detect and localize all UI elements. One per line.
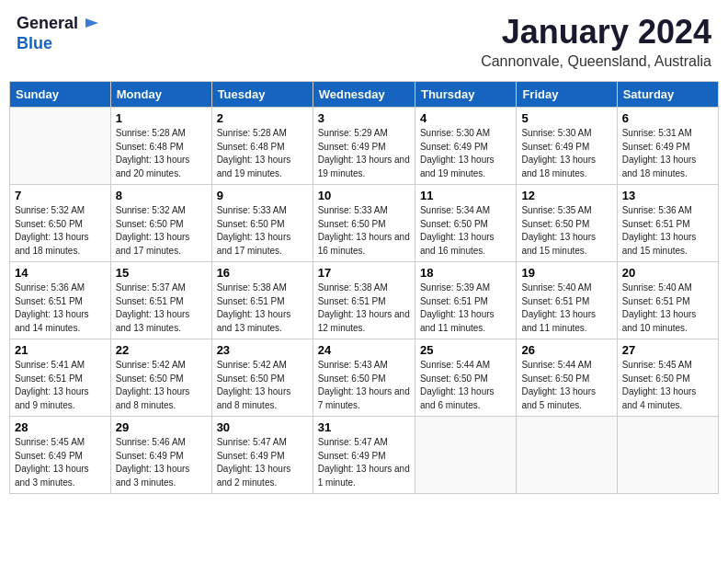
calendar-cell bbox=[617, 417, 718, 494]
calendar-cell: 16Sunrise: 5:38 AM Sunset: 6:51 PM Dayli… bbox=[211, 262, 313, 339]
calendar-cell: 10Sunrise: 5:33 AM Sunset: 6:50 PM Dayli… bbox=[313, 185, 415, 262]
subtitle: Cannonvale, Queensland, Australia bbox=[481, 53, 711, 70]
week-row-3: 14Sunrise: 5:36 AM Sunset: 6:51 PM Dayli… bbox=[10, 262, 719, 339]
day-info: Sunrise: 5:35 AM Sunset: 6:50 PM Dayligh… bbox=[521, 204, 611, 258]
calendar-cell: 2Sunrise: 5:28 AM Sunset: 6:48 PM Daylig… bbox=[211, 108, 313, 185]
day-info: Sunrise: 5:44 AM Sunset: 6:50 PM Dayligh… bbox=[420, 359, 511, 412]
calendar-cell bbox=[415, 417, 516, 494]
calendar-cell: 4Sunrise: 5:30 AM Sunset: 6:49 PM Daylig… bbox=[415, 108, 516, 185]
week-row-4: 21Sunrise: 5:41 AM Sunset: 6:51 PM Dayli… bbox=[10, 339, 719, 417]
day-info: Sunrise: 5:36 AM Sunset: 6:51 PM Dayligh… bbox=[15, 282, 106, 335]
weekday-header-wednesday: Wednesday bbox=[313, 82, 415, 108]
day-number: 12 bbox=[521, 189, 611, 202]
day-info: Sunrise: 5:45 AM Sunset: 6:49 PM Dayligh… bbox=[15, 436, 106, 489]
calendar-cell: 19Sunrise: 5:40 AM Sunset: 6:51 PM Dayli… bbox=[517, 262, 617, 339]
day-number: 7 bbox=[15, 189, 106, 202]
day-info: Sunrise: 5:28 AM Sunset: 6:48 PM Dayligh… bbox=[217, 127, 308, 180]
weekday-header-row: SundayMondayTuesdayWednesdayThursdayFrid… bbox=[10, 82, 719, 108]
week-row-1: 1Sunrise: 5:28 AM Sunset: 6:48 PM Daylig… bbox=[10, 108, 719, 185]
calendar-cell: 14Sunrise: 5:36 AM Sunset: 6:51 PM Dayli… bbox=[10, 262, 111, 339]
title-area: January 2024 Cannonvale, Queensland, Aus… bbox=[481, 13, 711, 70]
day-number: 5 bbox=[521, 111, 611, 125]
calendar-cell: 28Sunrise: 5:45 AM Sunset: 6:49 PM Dayli… bbox=[10, 417, 111, 494]
calendar-cell bbox=[10, 108, 111, 185]
day-number: 16 bbox=[217, 266, 308, 280]
day-info: Sunrise: 5:41 AM Sunset: 6:51 PM Dayligh… bbox=[15, 359, 106, 412]
calendar-cell: 7Sunrise: 5:32 AM Sunset: 6:50 PM Daylig… bbox=[10, 185, 111, 262]
day-info: Sunrise: 5:32 AM Sunset: 6:50 PM Dayligh… bbox=[116, 204, 207, 258]
day-info: Sunrise: 5:39 AM Sunset: 6:51 PM Dayligh… bbox=[420, 282, 511, 335]
day-number: 14 bbox=[15, 266, 106, 280]
month-title: January 2024 bbox=[481, 13, 711, 52]
day-info: Sunrise: 5:42 AM Sunset: 6:50 PM Dayligh… bbox=[217, 359, 308, 412]
calendar-cell: 3Sunrise: 5:29 AM Sunset: 6:49 PM Daylig… bbox=[313, 108, 415, 185]
day-info: Sunrise: 5:42 AM Sunset: 6:50 PM Dayligh… bbox=[116, 359, 207, 412]
day-number: 30 bbox=[217, 420, 308, 434]
day-info: Sunrise: 5:37 AM Sunset: 6:51 PM Dayligh… bbox=[116, 282, 207, 335]
calendar-cell: 18Sunrise: 5:39 AM Sunset: 6:51 PM Dayli… bbox=[415, 262, 516, 339]
day-number: 13 bbox=[622, 189, 713, 202]
day-number: 24 bbox=[318, 343, 410, 357]
day-info: Sunrise: 5:44 AM Sunset: 6:50 PM Dayligh… bbox=[521, 359, 611, 412]
calendar-cell: 27Sunrise: 5:45 AM Sunset: 6:50 PM Dayli… bbox=[617, 339, 718, 417]
day-number: 31 bbox=[318, 420, 410, 434]
weekday-header-friday: Friday bbox=[517, 82, 617, 108]
week-row-5: 28Sunrise: 5:45 AM Sunset: 6:49 PM Dayli… bbox=[10, 417, 719, 494]
day-number: 22 bbox=[116, 343, 207, 357]
day-info: Sunrise: 5:40 AM Sunset: 6:51 PM Dayligh… bbox=[521, 282, 611, 335]
calendar-cell: 11Sunrise: 5:34 AM Sunset: 6:50 PM Dayli… bbox=[415, 185, 516, 262]
day-number: 10 bbox=[318, 189, 410, 202]
logo: General Blue bbox=[17, 13, 98, 53]
calendar-cell: 31Sunrise: 5:47 AM Sunset: 6:49 PM Dayli… bbox=[313, 417, 415, 494]
calendar-cell: 20Sunrise: 5:40 AM Sunset: 6:51 PM Dayli… bbox=[617, 262, 718, 339]
weekday-header-monday: Monday bbox=[110, 82, 211, 108]
day-number: 19 bbox=[521, 266, 611, 280]
day-info: Sunrise: 5:30 AM Sunset: 6:49 PM Dayligh… bbox=[521, 127, 611, 180]
day-info: Sunrise: 5:45 AM Sunset: 6:50 PM Dayligh… bbox=[622, 359, 713, 412]
day-info: Sunrise: 5:43 AM Sunset: 6:50 PM Dayligh… bbox=[318, 359, 410, 412]
logo-arrow-icon bbox=[82, 15, 98, 35]
day-info: Sunrise: 5:40 AM Sunset: 6:51 PM Dayligh… bbox=[622, 282, 713, 335]
day-number: 2 bbox=[217, 111, 308, 125]
day-number: 23 bbox=[217, 343, 308, 357]
calendar-cell: 29Sunrise: 5:46 AM Sunset: 6:49 PM Dayli… bbox=[110, 417, 211, 494]
calendar-cell: 17Sunrise: 5:38 AM Sunset: 6:51 PM Dayli… bbox=[313, 262, 415, 339]
day-number: 1 bbox=[116, 111, 207, 125]
calendar-cell: 15Sunrise: 5:37 AM Sunset: 6:51 PM Dayli… bbox=[110, 262, 211, 339]
day-number: 21 bbox=[15, 343, 106, 357]
day-info: Sunrise: 5:28 AM Sunset: 6:48 PM Dayligh… bbox=[116, 127, 207, 180]
calendar-cell: 12Sunrise: 5:35 AM Sunset: 6:50 PM Dayli… bbox=[517, 185, 617, 262]
calendar-cell: 26Sunrise: 5:44 AM Sunset: 6:50 PM Dayli… bbox=[517, 339, 617, 417]
day-number: 6 bbox=[622, 111, 713, 125]
weekday-header-sunday: Sunday bbox=[10, 82, 111, 108]
calendar-cell: 24Sunrise: 5:43 AM Sunset: 6:50 PM Dayli… bbox=[313, 339, 415, 417]
calendar-cell: 6Sunrise: 5:31 AM Sunset: 6:49 PM Daylig… bbox=[617, 108, 718, 185]
day-info: Sunrise: 5:32 AM Sunset: 6:50 PM Dayligh… bbox=[15, 204, 106, 258]
day-number: 28 bbox=[15, 420, 106, 434]
day-info: Sunrise: 5:31 AM Sunset: 6:49 PM Dayligh… bbox=[622, 127, 713, 180]
calendar-cell bbox=[517, 417, 617, 494]
logo-blue: Blue bbox=[17, 34, 52, 52]
calendar-cell: 22Sunrise: 5:42 AM Sunset: 6:50 PM Dayli… bbox=[110, 339, 211, 417]
day-number: 4 bbox=[420, 111, 511, 125]
day-info: Sunrise: 5:47 AM Sunset: 6:49 PM Dayligh… bbox=[217, 436, 308, 489]
day-info: Sunrise: 5:34 AM Sunset: 6:50 PM Dayligh… bbox=[420, 204, 511, 258]
svg-marker-0 bbox=[85, 18, 98, 28]
day-number: 17 bbox=[318, 266, 410, 280]
day-number: 29 bbox=[116, 420, 207, 434]
day-info: Sunrise: 5:47 AM Sunset: 6:49 PM Dayligh… bbox=[318, 436, 410, 489]
calendar-cell: 8Sunrise: 5:32 AM Sunset: 6:50 PM Daylig… bbox=[110, 185, 211, 262]
weekday-header-tuesday: Tuesday bbox=[211, 82, 313, 108]
day-info: Sunrise: 5:33 AM Sunset: 6:50 PM Dayligh… bbox=[318, 204, 410, 258]
calendar-cell: 1Sunrise: 5:28 AM Sunset: 6:48 PM Daylig… bbox=[110, 108, 211, 185]
day-info: Sunrise: 5:33 AM Sunset: 6:50 PM Dayligh… bbox=[217, 204, 308, 258]
calendar-cell: 5Sunrise: 5:30 AM Sunset: 6:49 PM Daylig… bbox=[517, 108, 617, 185]
day-number: 26 bbox=[521, 343, 611, 357]
day-number: 15 bbox=[116, 266, 207, 280]
calendar-cell: 9Sunrise: 5:33 AM Sunset: 6:50 PM Daylig… bbox=[211, 185, 313, 262]
day-info: Sunrise: 5:36 AM Sunset: 6:51 PM Dayligh… bbox=[622, 204, 713, 258]
calendar: SundayMondayTuesdayWednesdayThursdayFrid… bbox=[9, 81, 719, 494]
calendar-cell: 23Sunrise: 5:42 AM Sunset: 6:50 PM Dayli… bbox=[211, 339, 313, 417]
day-number: 18 bbox=[420, 266, 511, 280]
day-number: 27 bbox=[622, 343, 713, 357]
